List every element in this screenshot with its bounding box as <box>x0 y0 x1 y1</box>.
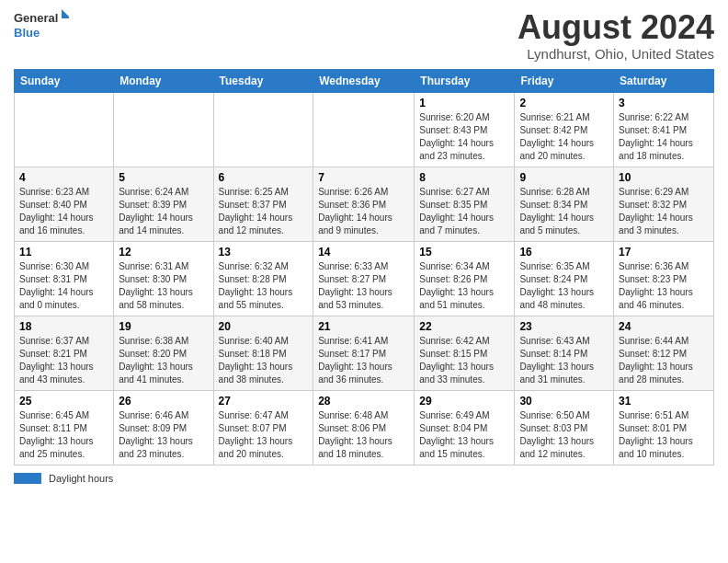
day-cell: 3Sunrise: 6:22 AMSunset: 8:41 PMDaylight… <box>614 92 714 167</box>
day-info: Sunrise: 6:37 AMSunset: 8:21 PMDaylight:… <box>19 335 108 386</box>
day-info: Sunrise: 6:40 AMSunset: 8:18 PMDaylight:… <box>219 335 309 386</box>
week-row-5: 25Sunrise: 6:45 AMSunset: 8:11 PMDayligh… <box>15 390 714 465</box>
day-cell: 6Sunrise: 6:25 AMSunset: 8:37 PMDaylight… <box>213 167 313 241</box>
day-number: 5 <box>119 171 208 184</box>
day-cell: 31Sunrise: 6:51 AMSunset: 8:01 PMDayligh… <box>614 390 714 465</box>
day-cell: 12Sunrise: 6:31 AMSunset: 8:30 PMDayligh… <box>114 241 213 316</box>
day-info: Sunrise: 6:32 AMSunset: 8:28 PMDaylight:… <box>219 260 309 312</box>
day-number: 12 <box>119 246 208 259</box>
day-cell: 29Sunrise: 6:49 AMSunset: 8:04 PMDayligh… <box>415 390 515 465</box>
day-info: Sunrise: 6:48 AMSunset: 8:06 PMDaylight:… <box>318 409 409 461</box>
day-cell: 28Sunrise: 6:48 AMSunset: 8:06 PMDayligh… <box>313 390 415 465</box>
day-number: 30 <box>519 395 609 408</box>
title-area: August 2024 Lyndhurst, Ohio, United Stat… <box>518 9 714 62</box>
day-cell: 15Sunrise: 6:34 AMSunset: 8:26 PMDayligh… <box>415 241 515 316</box>
day-cell: 22Sunrise: 6:42 AMSunset: 8:15 PMDayligh… <box>415 316 515 390</box>
svg-text:Blue: Blue <box>14 26 40 40</box>
day-cell: 24Sunrise: 6:44 AMSunset: 8:12 PMDayligh… <box>614 316 714 390</box>
header-day-sunday: Sunday <box>15 69 114 92</box>
day-number: 24 <box>619 320 709 333</box>
day-info: Sunrise: 6:47 AMSunset: 8:07 PMDaylight:… <box>219 409 309 461</box>
day-cell: 1Sunrise: 6:20 AMSunset: 8:43 PMDaylight… <box>415 92 515 167</box>
day-info: Sunrise: 6:25 AMSunset: 8:37 PMDaylight:… <box>219 186 309 237</box>
day-info: Sunrise: 6:35 AMSunset: 8:24 PMDaylight:… <box>519 260 609 312</box>
week-row-1: 1Sunrise: 6:20 AMSunset: 8:43 PMDaylight… <box>15 92 714 167</box>
day-info: Sunrise: 6:27 AMSunset: 8:35 PMDaylight:… <box>419 186 509 237</box>
svg-text:General: General <box>14 11 58 25</box>
day-number: 28 <box>318 395 409 408</box>
day-cell <box>313 92 415 167</box>
day-info: Sunrise: 6:46 AMSunset: 8:09 PMDaylight:… <box>119 409 208 461</box>
day-info: Sunrise: 6:31 AMSunset: 8:30 PMDaylight:… <box>119 260 208 312</box>
day-cell: 27Sunrise: 6:47 AMSunset: 8:07 PMDayligh… <box>213 390 313 465</box>
day-cell: 17Sunrise: 6:36 AMSunset: 8:23 PMDayligh… <box>614 241 714 316</box>
calendar-header: SundayMondayTuesdayWednesdayThursdayFrid… <box>15 69 714 92</box>
day-number: 10 <box>619 171 709 184</box>
day-info: Sunrise: 6:33 AMSunset: 8:27 PMDaylight:… <box>318 260 409 312</box>
day-cell: 11Sunrise: 6:30 AMSunset: 8:31 PMDayligh… <box>15 241 114 316</box>
day-cell: 5Sunrise: 6:24 AMSunset: 8:39 PMDaylight… <box>114 167 213 241</box>
footer-label: Daylight hours <box>49 473 113 484</box>
daylight-swatch <box>14 473 41 484</box>
day-info: Sunrise: 6:24 AMSunset: 8:39 PMDaylight:… <box>119 186 208 237</box>
day-number: 22 <box>419 320 509 333</box>
day-cell <box>15 92 114 167</box>
day-number: 23 <box>519 320 609 333</box>
day-cell: 14Sunrise: 6:33 AMSunset: 8:27 PMDayligh… <box>313 241 415 316</box>
day-cell: 8Sunrise: 6:27 AMSunset: 8:35 PMDaylight… <box>415 167 515 241</box>
day-cell: 10Sunrise: 6:29 AMSunset: 8:32 PMDayligh… <box>614 167 714 241</box>
day-cell: 25Sunrise: 6:45 AMSunset: 8:11 PMDayligh… <box>15 390 114 465</box>
day-number: 13 <box>219 246 309 259</box>
day-number: 16 <box>519 246 609 259</box>
day-cell <box>213 92 313 167</box>
day-info: Sunrise: 6:26 AMSunset: 8:36 PMDaylight:… <box>318 186 409 237</box>
day-info: Sunrise: 6:36 AMSunset: 8:23 PMDaylight:… <box>619 260 709 312</box>
day-cell: 7Sunrise: 6:26 AMSunset: 8:36 PMDaylight… <box>313 167 415 241</box>
day-cell: 13Sunrise: 6:32 AMSunset: 8:28 PMDayligh… <box>213 241 313 316</box>
calendar-table: SundayMondayTuesdayWednesdayThursdayFrid… <box>14 69 714 465</box>
day-info: Sunrise: 6:43 AMSunset: 8:14 PMDaylight:… <box>519 335 609 386</box>
week-row-2: 4Sunrise: 6:23 AMSunset: 8:40 PMDaylight… <box>15 167 714 241</box>
day-cell: 2Sunrise: 6:21 AMSunset: 8:42 PMDaylight… <box>515 92 614 167</box>
day-number: 9 <box>519 171 609 184</box>
header-day-wednesday: Wednesday <box>313 69 415 92</box>
day-number: 8 <box>419 171 509 184</box>
day-cell: 30Sunrise: 6:50 AMSunset: 8:03 PMDayligh… <box>515 390 614 465</box>
svg-marker-2 <box>62 9 69 18</box>
day-cell: 9Sunrise: 6:28 AMSunset: 8:34 PMDaylight… <box>515 167 614 241</box>
day-number: 4 <box>19 171 108 184</box>
day-info: Sunrise: 6:51 AMSunset: 8:01 PMDaylight:… <box>619 409 709 461</box>
day-number: 31 <box>619 395 709 408</box>
subtitle: Lyndhurst, Ohio, United States <box>518 46 714 62</box>
footer: Daylight hours <box>14 473 714 484</box>
day-info: Sunrise: 6:29 AMSunset: 8:32 PMDaylight:… <box>619 186 709 237</box>
day-info: Sunrise: 6:44 AMSunset: 8:12 PMDaylight:… <box>619 335 709 386</box>
day-number: 29 <box>419 395 509 408</box>
day-cell: 23Sunrise: 6:43 AMSunset: 8:14 PMDayligh… <box>515 316 614 390</box>
day-number: 27 <box>219 395 309 408</box>
header-day-tuesday: Tuesday <box>213 69 313 92</box>
day-number: 3 <box>619 97 709 109</box>
day-number: 19 <box>119 320 208 333</box>
day-info: Sunrise: 6:38 AMSunset: 8:20 PMDaylight:… <box>119 335 208 386</box>
day-number: 21 <box>318 320 409 333</box>
day-cell: 26Sunrise: 6:46 AMSunset: 8:09 PMDayligh… <box>114 390 213 465</box>
day-info: Sunrise: 6:34 AMSunset: 8:26 PMDaylight:… <box>419 260 509 312</box>
day-number: 25 <box>19 395 108 408</box>
day-number: 7 <box>318 171 409 184</box>
day-number: 15 <box>419 246 509 259</box>
day-number: 1 <box>419 97 509 109</box>
day-info: Sunrise: 6:23 AMSunset: 8:40 PMDaylight:… <box>19 186 108 237</box>
header-day-thursday: Thursday <box>415 69 515 92</box>
day-number: 14 <box>318 246 409 259</box>
day-info: Sunrise: 6:45 AMSunset: 8:11 PMDaylight:… <box>19 409 108 461</box>
day-number: 11 <box>19 246 108 259</box>
day-cell: 20Sunrise: 6:40 AMSunset: 8:18 PMDayligh… <box>213 316 313 390</box>
day-number: 18 <box>19 320 108 333</box>
day-info: Sunrise: 6:41 AMSunset: 8:17 PMDaylight:… <box>318 335 409 386</box>
day-info: Sunrise: 6:50 AMSunset: 8:03 PMDaylight:… <box>519 409 609 461</box>
day-cell <box>114 92 213 167</box>
header-day-saturday: Saturday <box>614 69 714 92</box>
logo: General Blue <box>14 9 69 42</box>
week-row-4: 18Sunrise: 6:37 AMSunset: 8:21 PMDayligh… <box>15 316 714 390</box>
